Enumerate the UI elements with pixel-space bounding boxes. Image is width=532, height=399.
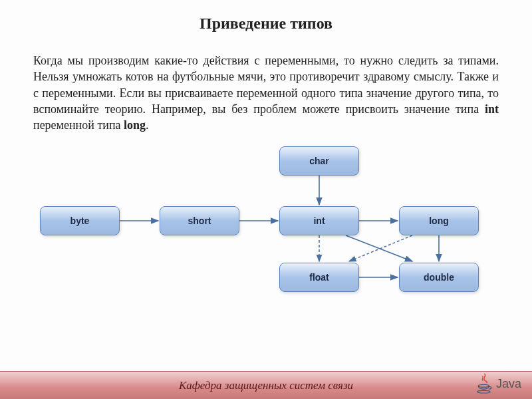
node-int: int — [279, 206, 359, 235]
node-short: short — [160, 206, 239, 235]
node-long: long — [399, 206, 479, 235]
para-int: int — [485, 102, 499, 116]
node-byte: byte — [40, 206, 120, 235]
svg-line-4 — [346, 235, 412, 261]
node-double: double — [399, 263, 479, 292]
para-part3: переменной типа — [33, 118, 124, 132]
svg-line-8 — [349, 235, 412, 261]
svg-point-10 — [477, 390, 491, 393]
node-char: char — [279, 146, 359, 176]
footer-bar: Кафедра защищенных систем связи Java — [0, 371, 532, 399]
type-diagram: byte short char int long float double — [33, 140, 499, 293]
java-cup-icon — [476, 372, 493, 395]
java-logo-text: Java — [496, 377, 521, 391]
para-part1: Когда мы производим какие-то действия с … — [33, 54, 499, 116]
para-long: long — [124, 118, 146, 132]
intro-paragraph: Когда мы производим какие-то действия с … — [33, 53, 499, 133]
footer-text: Кафедра защищенных систем связи — [179, 379, 353, 392]
java-logo: Java — [476, 372, 521, 395]
para-part5: . — [146, 118, 149, 132]
page-title: Приведение типов — [0, 15, 532, 33]
node-float: float — [279, 263, 359, 292]
svg-point-9 — [478, 384, 489, 387]
